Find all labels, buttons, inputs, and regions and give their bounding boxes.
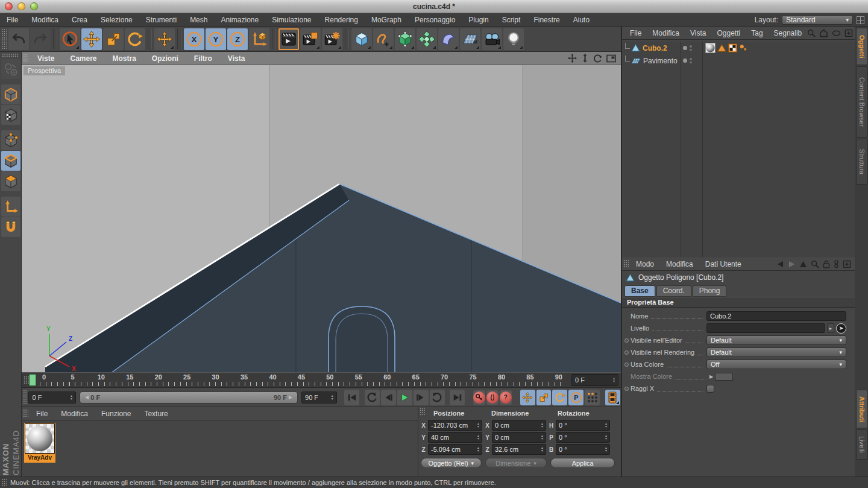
viewport-grip[interactable] bbox=[23, 54, 28, 63]
add-deformer-button[interactable] bbox=[438, 28, 459, 50]
size-x-field[interactable]: ▴▾ bbox=[492, 420, 546, 431]
tab-base[interactable]: Base bbox=[624, 285, 655, 297]
menu-item[interactable]: Script bbox=[495, 16, 527, 24]
key-point-level-toggle[interactable] bbox=[585, 390, 600, 405]
object-name[interactable]: Pavimento bbox=[643, 57, 678, 65]
spinner-icon[interactable]: ▴▾ bbox=[332, 395, 333, 401]
spinner-icon[interactable]: ▴▾ bbox=[71, 395, 72, 401]
tab-livelli[interactable]: Livelli bbox=[856, 429, 868, 460]
last-tool-button[interactable] bbox=[154, 28, 175, 50]
go-to-start-button[interactable] bbox=[344, 390, 359, 405]
material-thumbnail[interactable] bbox=[25, 423, 55, 454]
add-cube-button[interactable] bbox=[351, 28, 372, 50]
enable-dot[interactable] bbox=[683, 59, 687, 63]
render-picture-viewer-button[interactable] bbox=[300, 28, 321, 50]
position-x-field[interactable]: ▴▾ bbox=[428, 420, 482, 431]
raggi-x-checkbox[interactable] bbox=[706, 385, 714, 393]
axis-mode-button[interactable] bbox=[1, 197, 20, 217]
add-generator-button[interactable] bbox=[395, 28, 415, 50]
color-swatch[interactable] bbox=[715, 373, 733, 381]
key-scale-toggle[interactable] bbox=[536, 390, 552, 405]
visibility-toggles[interactable] bbox=[683, 58, 701, 63]
material-menu-item[interactable]: Funzione bbox=[95, 410, 137, 418]
lock-icon[interactable] bbox=[823, 260, 830, 268]
om-menu-item[interactable]: File bbox=[624, 29, 647, 37]
polygons-mode-button[interactable] bbox=[1, 171, 20, 191]
previous-frame-button[interactable] bbox=[381, 390, 396, 405]
end-frame-field[interactable]: 90 F ▴▾ bbox=[301, 391, 337, 404]
add-camera-button[interactable] bbox=[482, 28, 502, 50]
range-left-arrow-icon[interactable]: ◀ bbox=[85, 395, 89, 400]
render-settings-button[interactable] bbox=[322, 28, 342, 50]
am-grip[interactable] bbox=[623, 259, 629, 268]
viewport-menu-item[interactable]: Filtro bbox=[186, 54, 220, 63]
position-z-field[interactable]: ▴▾ bbox=[428, 444, 482, 455]
record-keyframe-button[interactable] bbox=[473, 390, 485, 405]
nome-field[interactable] bbox=[706, 311, 846, 321]
texture-tag-icon[interactable] bbox=[728, 43, 737, 52]
tab-content-browser[interactable]: Content Browser bbox=[856, 66, 868, 138]
apply-button[interactable]: Applica bbox=[550, 458, 615, 468]
start-frame-field[interactable]: 0 F ▴▾ bbox=[28, 391, 76, 404]
undo-button[interactable] bbox=[8, 28, 29, 50]
tab-oggetti[interactable]: Oggetti bbox=[856, 28, 868, 65]
coords-grip[interactable] bbox=[420, 407, 425, 416]
menu-item[interactable]: File bbox=[0, 16, 25, 24]
key-parameter-toggle[interactable]: P bbox=[568, 390, 583, 405]
menu-item[interactable]: Simulazione bbox=[265, 16, 318, 24]
om-menu-item[interactable]: Oggetti bbox=[712, 29, 746, 37]
history-list-icon[interactable] bbox=[834, 260, 839, 268]
viewport-menu-item[interactable]: Camere bbox=[62, 54, 104, 63]
menu-item[interactable]: Finestre bbox=[527, 16, 566, 24]
menu-item[interactable]: Strumenti bbox=[139, 16, 183, 24]
layout-select[interactable]: Standard ▾ bbox=[782, 15, 853, 25]
om-menu-item[interactable]: Vista bbox=[685, 29, 711, 37]
open-timeline-button[interactable] bbox=[605, 390, 620, 405]
history-back-icon[interactable] bbox=[776, 261, 784, 268]
left-toolbar-grip[interactable] bbox=[2, 53, 19, 58]
rotation-p-field[interactable]: ▴▾ bbox=[556, 432, 610, 443]
search-icon[interactable] bbox=[807, 29, 816, 37]
add-panel-icon[interactable] bbox=[843, 260, 851, 268]
material-name[interactable]: VrayAdv bbox=[25, 454, 55, 462]
go-to-end-button[interactable] bbox=[450, 390, 465, 405]
menu-item[interactable]: Aiuto bbox=[567, 16, 596, 24]
visibile-editor-dropdown[interactable]: Default ▾ bbox=[706, 335, 846, 345]
menu-item[interactable]: Rendering bbox=[318, 16, 365, 24]
status-grip[interactable] bbox=[1, 478, 7, 487]
menu-item[interactable]: Selezione bbox=[94, 16, 139, 24]
section-header[interactable]: Proprietà Base bbox=[622, 297, 855, 308]
object-tags[interactable] bbox=[705, 43, 748, 53]
scale-tool-button[interactable] bbox=[103, 28, 124, 50]
material-tag-icon[interactable] bbox=[705, 43, 715, 53]
size-mode-dropdown[interactable]: Dimensione ▾ bbox=[485, 458, 547, 468]
viewport-menu-item[interactable]: Opzioni bbox=[144, 54, 186, 63]
visibility-toggles[interactable] bbox=[683, 45, 701, 51]
animation-dot[interactable] bbox=[624, 387, 629, 391]
tab-struttura[interactable]: Struttura bbox=[856, 139, 868, 185]
menu-item[interactable]: Personaggio bbox=[408, 16, 462, 24]
frame-range-slider[interactable]: ◀ 0 F 90 F ▶ bbox=[80, 391, 298, 404]
y-axis-lock-button[interactable]: Y bbox=[206, 28, 226, 50]
parent-up-icon[interactable] bbox=[799, 261, 807, 268]
history-forward-icon[interactable] bbox=[788, 261, 796, 268]
play-button[interactable] bbox=[397, 390, 412, 405]
om-menu-item[interactable]: Modifica bbox=[647, 29, 685, 37]
am-menu-item[interactable]: Dati Utente bbox=[699, 260, 747, 268]
object-list[interactable]: Cubo.2 bbox=[622, 42, 855, 257]
add-environment-button[interactable] bbox=[460, 28, 480, 50]
key-rotation-toggle[interactable] bbox=[552, 390, 567, 405]
rotate-view-icon[interactable] bbox=[593, 54, 602, 63]
home-icon[interactable] bbox=[819, 29, 828, 37]
render-view-button[interactable] bbox=[278, 28, 299, 50]
selection-tag-icon[interactable] bbox=[739, 43, 748, 52]
toggle-view-icon[interactable] bbox=[606, 54, 616, 63]
coordinate-system-button[interactable] bbox=[249, 28, 269, 50]
phong-tag-icon[interactable] bbox=[717, 43, 726, 52]
previous-key-button[interactable] bbox=[365, 390, 380, 405]
animation-dot[interactable] bbox=[624, 363, 629, 367]
enable-dot[interactable] bbox=[683, 46, 687, 50]
texture-mode-button[interactable] bbox=[1, 105, 20, 125]
tree-branch[interactable] bbox=[625, 43, 630, 49]
menu-item[interactable]: Animazione bbox=[214, 16, 265, 24]
